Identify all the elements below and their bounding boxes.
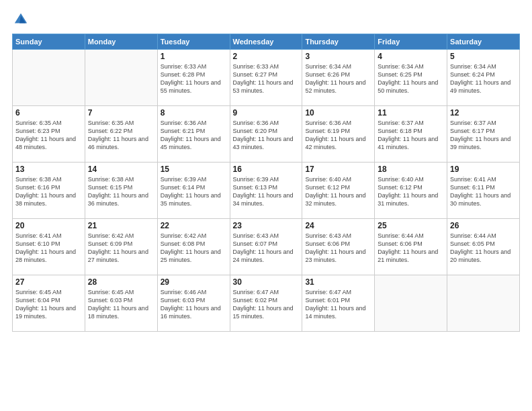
- day-info: Sunrise: 6:38 AMSunset: 6:15 PMDaylight:…: [88, 175, 154, 208]
- day-info: Sunrise: 6:45 AMSunset: 6:04 PMDaylight:…: [15, 288, 82, 321]
- calendar-cell: 1Sunrise: 6:33 AMSunset: 6:28 PMDaylight…: [157, 50, 230, 106]
- day-number: 6: [15, 108, 82, 118]
- calendar-cell: [447, 275, 520, 332]
- calendar-cell: 2Sunrise: 6:33 AMSunset: 6:27 PMDaylight…: [230, 50, 302, 106]
- day-number: 2: [233, 52, 300, 61]
- day-number: 23: [233, 221, 300, 230]
- calendar-cell: [85, 50, 157, 106]
- day-info: Sunrise: 6:41 AMSunset: 6:11 PMDaylight:…: [450, 175, 517, 208]
- calendar-cell: 11Sunrise: 6:37 AMSunset: 6:18 PMDayligh…: [375, 106, 447, 163]
- calendar-cell: 27Sunrise: 6:45 AMSunset: 6:04 PMDayligh…: [13, 275, 85, 332]
- day-number: 4: [378, 52, 444, 61]
- day-info: Sunrise: 6:47 AMSunset: 6:01 PMDaylight:…: [305, 288, 371, 321]
- calendar-week-row: 6Sunrise: 6:35 AMSunset: 6:23 PMDaylight…: [13, 106, 520, 163]
- day-number: 31: [305, 277, 371, 287]
- day-number: 9: [233, 108, 300, 118]
- day-number: 29: [161, 277, 227, 287]
- day-number: 30: [233, 277, 300, 287]
- calendar-cell: [13, 50, 85, 106]
- day-info: Sunrise: 6:37 AMSunset: 6:18 PMDaylight:…: [378, 119, 444, 152]
- day-info: Sunrise: 6:43 AMSunset: 6:06 PMDaylight:…: [305, 232, 371, 265]
- calendar-week-row: 20Sunrise: 6:41 AMSunset: 6:10 PMDayligh…: [13, 219, 520, 275]
- day-info: Sunrise: 6:38 AMSunset: 6:16 PMDaylight:…: [15, 175, 82, 208]
- calendar-cell: 3Sunrise: 6:34 AMSunset: 6:26 PMDaylight…: [302, 50, 375, 106]
- day-number: 8: [161, 108, 227, 118]
- calendar-cell: 26Sunrise: 6:44 AMSunset: 6:05 PMDayligh…: [447, 219, 520, 275]
- calendar-cell: 6Sunrise: 6:35 AMSunset: 6:23 PMDaylight…: [13, 106, 85, 163]
- logo-icon: [13, 12, 28, 27]
- calendar-cell: 13Sunrise: 6:38 AMSunset: 6:16 PMDayligh…: [13, 163, 85, 219]
- calendar-cell: 24Sunrise: 6:43 AMSunset: 6:06 PMDayligh…: [302, 219, 375, 275]
- day-number: 11: [378, 108, 444, 118]
- day-number: 12: [450, 108, 517, 118]
- calendar-cell: 12Sunrise: 6:37 AMSunset: 6:17 PMDayligh…: [447, 106, 520, 163]
- day-info: Sunrise: 6:36 AMSunset: 6:21 PMDaylight:…: [161, 119, 227, 152]
- day-number: 28: [88, 277, 154, 287]
- day-number: 16: [233, 165, 300, 174]
- day-number: 10: [305, 108, 371, 118]
- day-info: Sunrise: 6:35 AMSunset: 6:23 PMDaylight:…: [15, 119, 82, 152]
- day-number: 20: [15, 221, 82, 230]
- day-info: Sunrise: 6:34 AMSunset: 6:24 PMDaylight:…: [450, 62, 517, 95]
- day-info: Sunrise: 6:35 AMSunset: 6:22 PMDaylight:…: [88, 119, 154, 152]
- day-info: Sunrise: 6:45 AMSunset: 6:03 PMDaylight:…: [88, 288, 154, 321]
- day-info: Sunrise: 6:39 AMSunset: 6:13 PMDaylight:…: [233, 175, 300, 208]
- day-info: Sunrise: 6:41 AMSunset: 6:10 PMDaylight:…: [15, 232, 82, 265]
- calendar-cell: 29Sunrise: 6:46 AMSunset: 6:03 PMDayligh…: [157, 275, 230, 332]
- day-info: Sunrise: 6:39 AMSunset: 6:14 PMDaylight:…: [161, 175, 227, 208]
- calendar-cell: 15Sunrise: 6:39 AMSunset: 6:14 PMDayligh…: [157, 163, 230, 219]
- calendar-header-friday: Friday: [375, 34, 447, 50]
- day-info: Sunrise: 6:33 AMSunset: 6:28 PMDaylight:…: [161, 62, 227, 95]
- day-info: Sunrise: 6:42 AMSunset: 6:09 PMDaylight:…: [88, 232, 154, 265]
- calendar-header-row: SundayMondayTuesdayWednesdayThursdayFrid…: [13, 34, 520, 50]
- day-number: 3: [305, 52, 371, 61]
- day-number: 24: [305, 221, 371, 230]
- day-number: 1: [161, 52, 227, 61]
- calendar-cell: 19Sunrise: 6:41 AMSunset: 6:11 PMDayligh…: [447, 163, 520, 219]
- day-info: Sunrise: 6:44 AMSunset: 6:06 PMDaylight:…: [378, 232, 444, 265]
- calendar-header-wednesday: Wednesday: [230, 34, 302, 50]
- day-number: 15: [161, 165, 227, 174]
- calendar-cell: 25Sunrise: 6:44 AMSunset: 6:06 PMDayligh…: [375, 219, 447, 275]
- calendar-cell: 10Sunrise: 6:36 AMSunset: 6:19 PMDayligh…: [302, 106, 375, 163]
- calendar-cell: 20Sunrise: 6:41 AMSunset: 6:10 PMDayligh…: [13, 219, 85, 275]
- calendar-week-row: 1Sunrise: 6:33 AMSunset: 6:28 PMDaylight…: [13, 50, 520, 106]
- day-info: Sunrise: 6:36 AMSunset: 6:20 PMDaylight:…: [233, 119, 300, 152]
- day-info: Sunrise: 6:34 AMSunset: 6:25 PMDaylight:…: [378, 62, 444, 95]
- calendar-header-tuesday: Tuesday: [157, 34, 230, 50]
- day-info: Sunrise: 6:47 AMSunset: 6:02 PMDaylight:…: [233, 288, 300, 321]
- calendar-week-row: 27Sunrise: 6:45 AMSunset: 6:04 PMDayligh…: [13, 275, 520, 332]
- day-number: 27: [15, 277, 82, 287]
- calendar-cell: 23Sunrise: 6:43 AMSunset: 6:07 PMDayligh…: [230, 219, 302, 275]
- calendar-header-thursday: Thursday: [302, 34, 375, 50]
- day-info: Sunrise: 6:36 AMSunset: 6:19 PMDaylight:…: [305, 119, 371, 152]
- day-info: Sunrise: 6:40 AMSunset: 6:12 PMDaylight:…: [378, 175, 444, 208]
- calendar-cell: 21Sunrise: 6:42 AMSunset: 6:09 PMDayligh…: [85, 219, 157, 275]
- day-info: Sunrise: 6:34 AMSunset: 6:26 PMDaylight:…: [305, 62, 371, 95]
- calendar-header-sunday: Sunday: [13, 34, 85, 50]
- day-number: 17: [305, 165, 371, 174]
- calendar-cell: 7Sunrise: 6:35 AMSunset: 6:22 PMDaylight…: [85, 106, 157, 163]
- calendar-header-saturday: Saturday: [447, 34, 520, 50]
- day-number: 19: [450, 165, 517, 174]
- day-number: 25: [378, 221, 444, 230]
- day-number: 7: [88, 108, 154, 118]
- calendar-cell: 9Sunrise: 6:36 AMSunset: 6:20 PMDaylight…: [230, 106, 302, 163]
- calendar-cell: 30Sunrise: 6:47 AMSunset: 6:02 PMDayligh…: [230, 275, 302, 332]
- day-number: 5: [450, 52, 517, 61]
- day-info: Sunrise: 6:37 AMSunset: 6:17 PMDaylight:…: [450, 119, 517, 152]
- day-number: 21: [88, 221, 154, 230]
- calendar-cell: 16Sunrise: 6:39 AMSunset: 6:13 PMDayligh…: [230, 163, 302, 219]
- calendar-cell: 8Sunrise: 6:36 AMSunset: 6:21 PMDaylight…: [157, 106, 230, 163]
- calendar-cell: 22Sunrise: 6:42 AMSunset: 6:08 PMDayligh…: [157, 219, 230, 275]
- calendar-cell: [375, 275, 447, 332]
- calendar-cell: 18Sunrise: 6:40 AMSunset: 6:12 PMDayligh…: [375, 163, 447, 219]
- calendar-cell: 31Sunrise: 6:47 AMSunset: 6:01 PMDayligh…: [302, 275, 375, 332]
- calendar-cell: 17Sunrise: 6:40 AMSunset: 6:12 PMDayligh…: [302, 163, 375, 219]
- calendar-cell: 5Sunrise: 6:34 AMSunset: 6:24 PMDaylight…: [447, 50, 520, 106]
- day-number: 22: [161, 221, 227, 230]
- day-number: 26: [450, 221, 517, 230]
- calendar: SundayMondayTuesdayWednesdayThursdayFrid…: [12, 34, 520, 332]
- logo: [12, 12, 28, 27]
- day-number: 18: [378, 165, 444, 174]
